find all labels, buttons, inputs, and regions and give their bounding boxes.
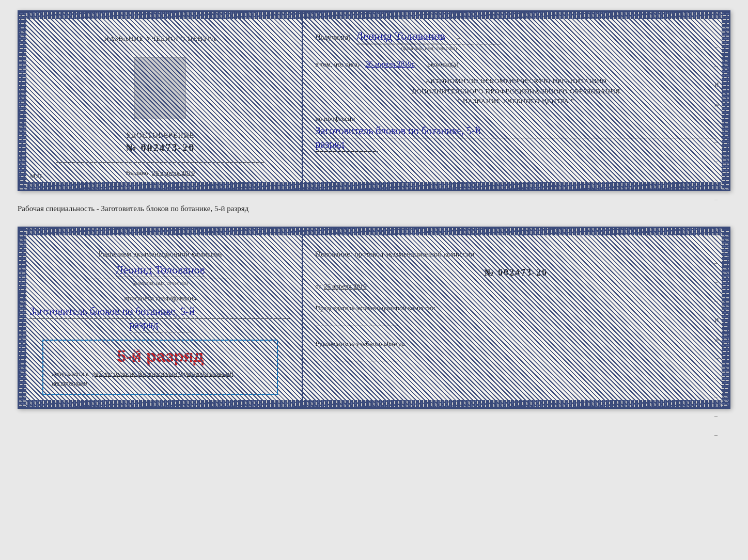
confirm-suffix: окончил(а) <box>427 60 458 68</box>
stamp-allowed-text: допускается к работе согласно должностны… <box>52 369 269 388</box>
border-left <box>19 12 26 189</box>
cert-number: № 002473-20 <box>126 142 195 154</box>
school-name-title: НАЗВАНИЕ УЧЕБНОГО ЦЕНТРА <box>104 35 216 43</box>
qual-name: Заготовитель блоков по ботанике, 5-й <box>29 306 291 319</box>
from-date: 26 апреля 2019 <box>324 282 367 290</box>
border-bottom <box>19 182 729 189</box>
director-signature-line <box>316 361 398 361</box>
recipient-name: Леонид Толованов <box>356 29 445 43</box>
profession-label: по профессии <box>316 115 716 123</box>
confirm-prefix: в том, что он(а) <box>316 60 360 68</box>
decision-text: Решением экзаменационной комиссии <box>99 249 222 260</box>
protocol-number: № 002473-20 <box>316 267 716 278</box>
qual-left-panel: Решением экзаменационной комиссии Леонид… <box>19 228 303 407</box>
border-right <box>722 12 729 189</box>
qual-recipient-name: Леонид Толованов <box>116 263 205 277</box>
separator-label: Рабочая специальность - Заготовитель бло… <box>18 200 730 217</box>
border-top <box>19 12 729 19</box>
cert-label: УДОСТОВЕРЕНИЕ <box>126 132 195 140</box>
border-bottom-2 <box>19 400 729 407</box>
chairman-label: Председатель экзаменационной комиссии <box>316 303 716 313</box>
border-top-2 <box>19 228 729 235</box>
received-prefix: Получил(а) <box>316 34 351 41</box>
qual-right-panel: Основание: протокол экзаменационной коми… <box>303 228 729 407</box>
profession-name: Заготовитель блоков по ботанике, 5-й <box>316 125 716 138</box>
certificate-card: НАЗВАНИЕ УЧЕБНОГО ЦЕНТРА УДОСТОВЕРЕНИЕ №… <box>18 10 730 191</box>
profession-rank: разряд <box>316 138 378 152</box>
photo-placeholder <box>134 57 186 119</box>
cert-left-panel: НАЗВАНИЕ УЧЕБНОГО ЦЕНТРА УДОСТОВЕРЕНИЕ №… <box>19 12 303 189</box>
border-right-2 <box>722 228 729 407</box>
qualification-card: Решением экзаменационной комиссии Леонид… <box>18 227 730 409</box>
issued-date: 26 апреля 2019 <box>152 169 195 177</box>
director-label: Руководитель учебного Центра <box>316 339 716 349</box>
chairman-signature-line <box>316 326 398 326</box>
right-markers: – – И ,а ← – – – – <box>714 43 721 203</box>
org-text: АВТОНОМНУЮ НЕКОММЕРЧЕСКУЮ ОРГАНИЗАЦИЮ ДО… <box>316 76 716 106</box>
stamp-rank: 5-й разряд <box>52 347 269 366</box>
confirm-date: 26 апреля 2019г. <box>365 60 415 68</box>
page-wrapper: НАЗВАНИЕ УЧЕБНОГО ЦЕНТРА УДОСТОВЕРЕНИЕ №… <box>18 10 730 409</box>
border-left-2 <box>19 228 26 407</box>
stamp-box: 5-й разряд допускается к работе согласно… <box>42 340 278 395</box>
cert-right-panel: Получил(а) Леонид Толованов – (фамилия, … <box>303 12 729 189</box>
right-markers-2: – – – И ,а ← – – – – <box>714 259 721 439</box>
from-date-line: от 26 апреля 2019 <box>316 282 716 291</box>
mp-label: М.П. <box>29 172 43 180</box>
qual-fio-label: (фамилия, имя, отчество) <box>88 279 232 286</box>
qual-assigned: присвоена квалификация <box>124 294 196 302</box>
issued-prefix: Выдано <box>126 169 148 177</box>
qual-rank: разряд <box>129 319 191 332</box>
basis-text: Основание: протокол экзаменационной коми… <box>316 249 716 260</box>
fio-label: (фамилия, имя, отчество) <box>357 44 502 51</box>
